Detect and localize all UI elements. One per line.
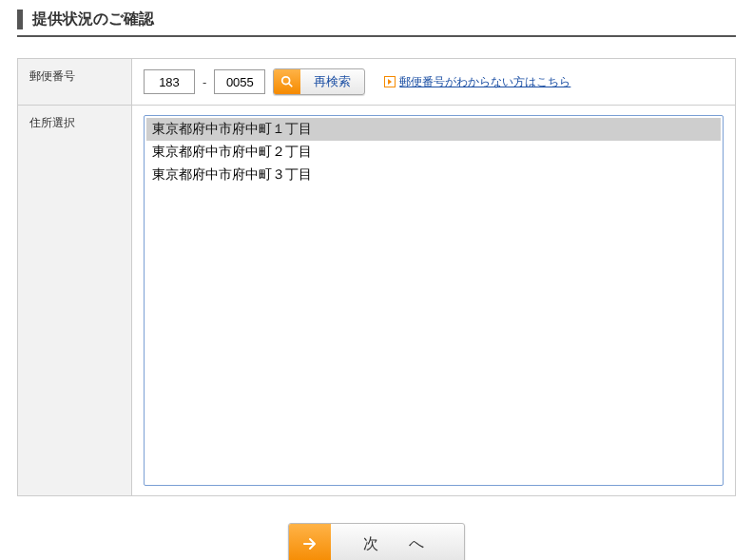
search-icon — [274, 69, 300, 94]
postal-input-1[interactable] — [144, 69, 195, 94]
address-label: 住所選択 — [18, 106, 132, 496]
next-button[interactable]: 次 へ — [288, 523, 465, 560]
address-option[interactable]: 東京都府中市府中町１丁目 — [146, 118, 721, 141]
postal-help-link[interactable]: 郵便番号がわからない方はこちら — [399, 74, 570, 90]
arrow-right-icon — [384, 76, 396, 87]
arrow-right-icon — [289, 524, 331, 560]
address-option[interactable]: 東京都府中市府中町３丁目 — [146, 164, 721, 186]
postal-input-2[interactable] — [214, 69, 265, 94]
address-option[interactable]: 東京都府中市府中町２丁目 — [146, 141, 721, 164]
next-wrap: 次 へ — [17, 523, 736, 560]
title-underline — [17, 35, 736, 37]
svg-point-0 — [282, 77, 290, 85]
postal-dash: - — [203, 75, 206, 89]
svg-line-1 — [289, 84, 293, 87]
help-link-wrap: 郵便番号がわからない方はこちら — [384, 74, 570, 90]
research-button[interactable]: 再検索 — [273, 68, 365, 95]
postal-row: - 再検索 郵便番号がわからない方はこちら — [144, 68, 724, 95]
research-label: 再検索 — [300, 73, 364, 90]
form-table: 郵便番号 - 再検索 郵便番号がわからない方はこちら — [17, 58, 736, 496]
address-select[interactable]: 東京都府中市府中町１丁目 東京都府中市府中町２丁目 東京都府中市府中町３丁目 — [144, 115, 724, 486]
next-label: 次 へ — [331, 524, 464, 560]
postal-label: 郵便番号 — [18, 59, 132, 106]
page-title: 提供状況のご確認 — [17, 10, 736, 29]
